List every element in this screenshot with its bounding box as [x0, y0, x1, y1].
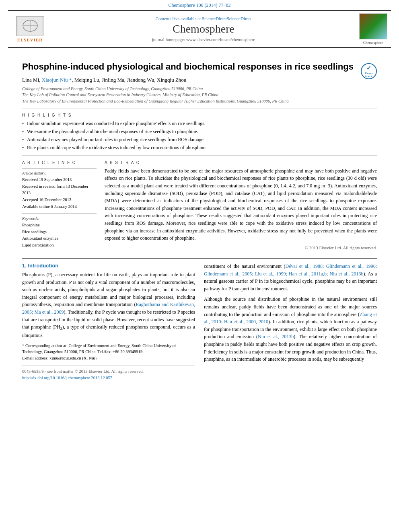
intro-heading: 1. Introduction — [22, 263, 195, 269]
intro-left-col: 1. Introduction Phosphorus (P), a necess… — [22, 263, 195, 381]
keywords-label: Keywords: — [22, 216, 97, 221]
highlights-list: Indoor simulation experiment was conduct… — [22, 120, 377, 151]
journal-header: ELSEVIER Contents lists available at Sci… — [8, 10, 391, 48]
elsevier-logo-image — [16, 16, 44, 36]
elsevier-logo-section: ELSEVIER — [8, 11, 52, 47]
keyword-4: Lipid peroxidation — [22, 242, 97, 249]
affiliation-2: The Key Lab of Pollution Control and Eco… — [22, 92, 377, 98]
keyword-3: Antioxidant enzymes — [22, 235, 97, 242]
affiliation-1: College of Environment and Energy, South… — [22, 86, 377, 92]
affiliations: College of Environment and Energy, South… — [22, 86, 377, 105]
highlights-label: H I G H L I G H T S — [22, 113, 377, 117]
history-label: Article history: — [22, 171, 97, 175]
keywords-group: Keywords: Phosphine Rice seedlings Antio… — [22, 216, 97, 249]
accepted-date: Accepted 16 December 2013 — [22, 197, 97, 203]
ref-zhang[interactable]: Zhang et al., 2010; Han et al., 2000, 20… — [204, 312, 377, 325]
corresponding-author: Xiaojun Niu * — [42, 77, 72, 83]
article-info-label: A R T I C L E I N F O — [22, 160, 97, 165]
abstract-column: A B S T R A C T Paddy fields have been d… — [105, 160, 377, 252]
science-direct-link[interactable]: ScienceDirect — [202, 16, 227, 21]
history-dates: Received 19 September 2013 Received in r… — [22, 177, 97, 210]
info-divider-2 — [22, 214, 97, 214]
article-info-column: A R T I C L E I N F O Article history: R… — [22, 160, 97, 252]
journal-cover-image — [359, 13, 387, 39]
journal-side-name: Chemosphere — [363, 41, 383, 45]
abstract-label: A B S T R A C T — [105, 160, 377, 165]
divider-1 — [22, 109, 377, 109]
photosynthesis-word: photosynthesis — [22, 302, 51, 307]
doi-link[interactable]: http://dx.doi.org/10.1016/j.chemosphere.… — [22, 376, 112, 380]
received-date: Received 19 September 2013 — [22, 177, 97, 183]
intro-para-1: Phosphorus (P), a necessary nutrient for… — [22, 271, 195, 339]
keyword-2: Rice seedlings — [22, 229, 97, 236]
journal-homepage-url: journal homepage: www.elsevier.com/locat… — [152, 37, 255, 42]
info-divider — [22, 168, 97, 168]
affiliation-3: The Key Laboratory of Environmental Prot… — [22, 98, 377, 105]
keywords-list: Phosphine Rice seedlings Antioxidant enz… — [22, 222, 97, 249]
authors-line: Lina Mi, Xiaojun Niu *, Meiqing Lu, Jinl… — [22, 77, 377, 83]
history-group: Article history: Received 19 September 2… — [22, 171, 97, 210]
article-title: Phosphine-induced physiological and bioc… — [22, 61, 377, 73]
abstract-text: Paddy fields have been demonstrated to b… — [105, 167, 377, 242]
issn-note: 0045-6535/$ - see front matter © 2013 El… — [22, 369, 144, 374]
journal-right-image: Chemosphere — [355, 11, 391, 47]
highlights-section: H I G H L I G H T S Indoor simulation ex… — [22, 113, 377, 151]
ref-niu[interactable]: Niu et al., 2013b — [258, 334, 294, 339]
author-names: Lina Mi, Xiaojun Niu *, Meiqing Lu, Jinl… — [22, 77, 186, 83]
top-link[interactable]: Chemosphere 100 (2014) 77–82 — [0, 0, 399, 10]
intro-right-col: constituent of the natural environment (… — [204, 263, 377, 381]
highlight-item: Indoor simulation experiment was conduct… — [22, 120, 377, 127]
divider-2 — [22, 155, 377, 156]
corresponding-note: * Corresponding author at: College of En… — [22, 343, 176, 354]
online-date: Available online 6 January 2014 — [22, 203, 97, 210]
elsevier-wordmark: ELSEVIER — [17, 37, 43, 42]
ref-devai[interactable]: Dévai et al., 1988; Glindemann et al., 1… — [204, 263, 377, 277]
highlight-item: Rice plants could cope with the oxidativ… — [22, 144, 377, 151]
body-divider — [22, 258, 377, 259]
email-note: E-mail address: xjniu@scut.edu.cn (X. Ni… — [22, 356, 98, 360]
footer-note: 0045-6535/$ - see front matter © 2013 El… — [22, 366, 195, 381]
crossmark-badge: ✓ CrossMark — [361, 63, 377, 79]
sd-link-text[interactable]: ScienceDirect — [227, 16, 252, 21]
revised-date: Received in revised form 13 December 201… — [22, 183, 97, 197]
intro-para-2: constituent of the natural environment (… — [204, 263, 377, 292]
journal-center: Contents lists available at ScienceDirec… — [52, 11, 355, 47]
science-direct-line: Contents lists available at ScienceDirec… — [156, 16, 252, 21]
journal-main-title: Chemosphere — [173, 23, 234, 35]
intro-para-3: Although the source and distribution of … — [204, 296, 377, 363]
highlight-item: Antioxidant enzymes played important rol… — [22, 136, 377, 143]
footnote-section: * Corresponding author at: College of En… — [22, 343, 195, 362]
highlight-item: We examine the physiological and biochem… — [22, 128, 377, 135]
keyword-1: Phosphine — [22, 222, 97, 229]
copyright-line: © 2013 Elsevier Ltd. All rights reserved… — [105, 245, 377, 250]
journal-citation: Chemosphere 100 (2014) 77–82 — [169, 2, 231, 8]
